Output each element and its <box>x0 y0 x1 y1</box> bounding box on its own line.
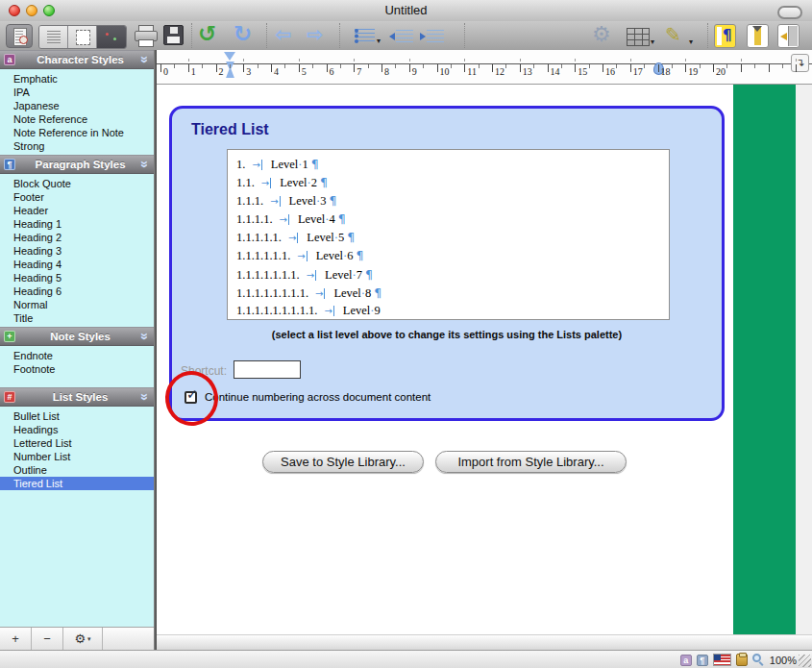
zoom-level[interactable]: 100% <box>770 655 797 666</box>
go-back-button[interactable]: ⇦ <box>275 25 292 45</box>
title-bar[interactable]: Untitled <box>0 0 812 21</box>
tab-character-icon: → <box>261 178 271 188</box>
toolbar-separator <box>707 23 708 48</box>
style-item[interactable]: Tiered List <box>0 477 154 490</box>
character-style-status-icon[interactable]: a <box>680 655 692 666</box>
show-palettes-button[interactable] <box>777 24 800 48</box>
preview-line[interactable]: 1.1.1.→Level·3¶ <box>236 191 669 210</box>
style-item[interactable]: Endnote <box>0 349 154 362</box>
style-item[interactable]: Heading 1 <box>0 217 154 231</box>
outdent-button[interactable] <box>396 30 413 42</box>
style-item[interactable]: Emphatic <box>0 72 154 86</box>
zoom-magnifier-icon[interactable] <box>752 654 765 666</box>
ruler-tick <box>409 64 410 72</box>
ruler-tick <box>243 64 244 72</box>
ruler-half-tick <box>202 64 203 68</box>
section-header[interactable]: +Note Styles» <box>0 327 154 346</box>
show-invisibles-toggle-button[interactable]: ¶ <box>714 24 736 48</box>
style-item[interactable]: Title <box>0 311 154 325</box>
ruler-number: 16 <box>605 66 615 77</box>
ruler-top-tick <box>464 59 465 62</box>
style-item[interactable]: Heading 4 <box>0 258 154 271</box>
go-forward-button[interactable]: ⇨ <box>307 25 324 45</box>
ruler-number: 19 <box>688 66 698 77</box>
section-header[interactable]: #List Styles» <box>0 387 154 407</box>
undo-button[interactable]: ↺ <box>198 23 216 45</box>
columns-button[interactable] <box>747 24 769 48</box>
ruler-number: 11 <box>467 66 477 77</box>
preview-line[interactable]: 1.1.1.1.1.→Level·5¶ <box>236 228 669 246</box>
indent-button[interactable] <box>427 30 444 42</box>
collapse-chevron-icon[interactable]: » <box>137 333 153 340</box>
first-line-indent-marker[interactable] <box>224 52 235 61</box>
clipboard-status-icon[interactable] <box>736 654 748 666</box>
ruler[interactable]: ↴ 01234567891011121314151617181920 <box>157 50 812 85</box>
style-item[interactable]: Note Reference <box>0 112 154 126</box>
style-item[interactable]: Footer <box>0 190 154 204</box>
style-actions-menu-button[interactable]: ⚙ ▾ <box>63 628 103 650</box>
style-item[interactable]: Bullet List <box>0 409 154 423</box>
style-item[interactable]: Block Quote <box>0 177 154 190</box>
sidebar-sections: aCharacter Styles»EmphaticIPAJapaneseNot… <box>0 50 154 492</box>
ruler-tick <box>492 64 493 72</box>
style-item[interactable]: Note Reference in Note <box>0 126 154 139</box>
menu-caret-icon: ▾ <box>87 635 91 643</box>
redo-button[interactable]: ↻ <box>234 23 252 45</box>
print-button[interactable] <box>133 25 158 46</box>
horizontal-scrollbar[interactable] <box>157 634 812 650</box>
window-resize-grip[interactable] <box>799 655 811 667</box>
style-item[interactable]: Footnote <box>0 362 154 376</box>
style-item[interactable]: Strong <box>0 139 154 153</box>
preview-line[interactable]: 1.→Level·1¶ <box>236 155 669 173</box>
section-header[interactable]: aCharacter Styles» <box>0 50 154 69</box>
save-button[interactable] <box>163 25 184 45</box>
style-item[interactable]: Heading 3 <box>0 244 154 258</box>
import-from-style-library-button[interactable]: Import from Style Library... <box>435 451 627 473</box>
style-item[interactable]: Heading 6 <box>0 285 154 298</box>
style-item[interactable]: Heading 5 <box>0 271 154 285</box>
preview-line[interactable]: 1.1.1.1.→Level·4¶ <box>236 210 669 228</box>
style-item[interactable]: IPA <box>0 86 154 99</box>
section-header[interactable]: ¶Paragraph Styles» <box>0 155 154 174</box>
ruler-number: 17 <box>633 66 643 77</box>
annotation-pen-menu-button[interactable]: ✎ <box>665 25 681 44</box>
language-flag-icon[interactable] <box>713 654 731 666</box>
style-item[interactable]: Lettered List <box>0 436 154 450</box>
view-mode-page-button[interactable] <box>68 26 97 48</box>
view-mode-draft-button[interactable] <box>39 26 68 48</box>
style-item[interactable]: Japanese <box>0 99 154 112</box>
table-grid-menu-button[interactable] <box>627 28 650 46</box>
document-info-button[interactable] <box>6 24 33 48</box>
preview-line[interactable]: 1.1.1.1.1.1.1.1.1.→Level·9 <box>236 302 669 320</box>
style-item[interactable]: Headings <box>0 423 154 436</box>
style-item[interactable]: Heading 2 <box>0 231 154 244</box>
collapse-chevron-icon[interactable]: » <box>137 56 153 63</box>
shortcut-input[interactable] <box>234 360 301 379</box>
preview-line[interactable]: 1.1.1.1.1.1.→Level·6¶ <box>236 246 669 264</box>
collapse-chevron-icon[interactable]: » <box>137 161 153 168</box>
tab-character-icon: → <box>252 160 261 170</box>
style-item[interactable]: Outline <box>0 463 154 477</box>
pilcrow-icon: ¶ <box>374 285 381 300</box>
paragraph-style-status-icon[interactable]: ¶ <box>697 655 708 666</box>
style-item[interactable]: Number List <box>0 450 154 463</box>
save-to-style-library-button[interactable]: Save to Style Library... <box>262 451 424 473</box>
ruler-tick <box>575 64 576 72</box>
add-style-button[interactable]: + <box>0 628 32 650</box>
style-item[interactable]: Header <box>0 204 154 217</box>
ruler-top-tick <box>409 59 410 62</box>
preview-line[interactable]: 1.1.→Level·2¶ <box>236 173 669 191</box>
toolbar-toggle-button[interactable] <box>777 6 802 19</box>
style-item[interactable]: Normal <box>0 298 154 311</box>
settings-gear-button[interactable]: ⚙ <box>592 24 611 45</box>
ruler-half-tick <box>395 64 396 68</box>
preview-line[interactable]: 1.1.1.1.1.1.1.1.→Level·8¶ <box>236 284 669 302</box>
remove-style-button[interactable]: − <box>32 628 63 650</box>
ruler-half-tick <box>726 64 727 68</box>
list-style-menu-button[interactable] <box>355 29 375 43</box>
preview-line[interactable]: 1.1.1.1.1.1.1.→Level·7¶ <box>236 265 669 284</box>
view-mode-style-button[interactable] <box>97 26 126 48</box>
ruler-tick <box>603 64 603 72</box>
tab-stop-selector[interactable]: ↴ <box>791 54 809 72</box>
collapse-chevron-icon[interactable]: » <box>137 393 153 401</box>
